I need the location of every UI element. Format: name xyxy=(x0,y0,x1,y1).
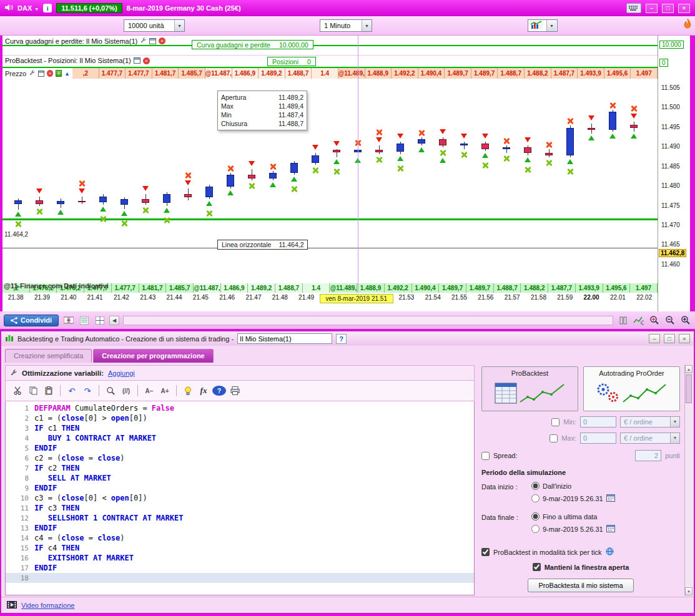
system-name-input[interactable] xyxy=(237,333,332,344)
link-charts-icon[interactable] xyxy=(62,315,74,326)
maximize-button[interactable]: □ xyxy=(664,334,675,343)
code-line[interactable]: 13ENDIF xyxy=(6,523,474,533)
keyboard-icon[interactable] xyxy=(626,3,641,13)
hot-list-icon[interactable] xyxy=(683,19,693,31)
speaker-icon[interactable] xyxy=(5,4,13,12)
scroll-up-button[interactable]: ▲ xyxy=(685,365,693,373)
spread-checkbox[interactable] xyxy=(481,452,490,460)
tab-simple-creation[interactable]: Creazione semplificata xyxy=(5,349,92,363)
horizontal-line-label[interactable]: Linea orizzontale 11.464,2 xyxy=(217,240,308,250)
code-line[interactable]: 16 EXITSHORT AT MARKET xyxy=(6,553,474,563)
proorder-mode-button[interactable]: Autotrading ProOrder xyxy=(583,366,680,411)
minimize-button[interactable]: – xyxy=(646,4,658,13)
wrench-icon[interactable] xyxy=(10,369,17,378)
code-line[interactable]: 3IF c1 THEN xyxy=(6,423,474,433)
lightbulb-icon[interactable] xyxy=(181,384,195,398)
code-line[interactable]: 11IF c3 THEN xyxy=(6,503,474,513)
code-help-icon[interactable] xyxy=(212,386,226,396)
scroll-left-button[interactable] xyxy=(109,316,119,325)
close-button[interactable]: × xyxy=(678,4,690,13)
close-pane-icon[interactable] xyxy=(159,37,165,44)
restore-pane-icon[interactable] xyxy=(64,71,70,77)
minimize-button[interactable]: – xyxy=(649,334,660,343)
video-training-link[interactable]: Video formazione xyxy=(21,602,74,609)
code-line[interactable]: 6c2 = (close = close) xyxy=(6,453,474,463)
units-dropdown[interactable]: 10000 unità xyxy=(124,19,185,32)
zoom-out-icon[interactable] xyxy=(664,315,676,326)
end-last-data-radio[interactable] xyxy=(531,512,540,521)
zoom-in-icon[interactable] xyxy=(679,315,691,326)
min-checkbox[interactable] xyxy=(551,418,559,426)
calendar-icon[interactable] xyxy=(606,494,615,503)
paste-icon[interactable] xyxy=(42,384,56,398)
min-input[interactable] xyxy=(580,416,616,428)
wrench-icon[interactable] xyxy=(29,69,36,77)
horizontal-scrollbar[interactable] xyxy=(123,316,613,325)
keep-open-checkbox[interactable] xyxy=(533,563,541,571)
code-line[interactable]: 2c1 = (close[0] > open[0]) xyxy=(6,413,474,423)
code-line[interactable]: 12 SELLSHORT 1 CONTRACT AT MARKET xyxy=(6,513,474,523)
font-smaller-icon[interactable]: A− xyxy=(142,384,156,398)
add-variable-link[interactable]: Aggiungi xyxy=(108,369,135,377)
price-axis[interactable]: 10.000 0 11.50511.50011.49511.49011.4851… xyxy=(658,36,690,311)
code-line[interactable]: 10c3 = (close[0] < open[0]) xyxy=(6,493,474,503)
tick-mode-checkbox[interactable] xyxy=(481,548,490,556)
zoom-fit-icon[interactable] xyxy=(648,315,660,326)
start-custom-date-radio[interactable] xyxy=(531,494,540,502)
detach-window-icon[interactable] xyxy=(134,57,140,64)
search-icon[interactable] xyxy=(104,384,117,398)
code-line[interactable]: 5ENDIF xyxy=(6,443,474,453)
max-checkbox[interactable] xyxy=(550,434,558,442)
code-line[interactable]: 15IF c4 THEN xyxy=(6,543,474,553)
vertical-scrollbar[interactable]: ▲ ▼ xyxy=(684,365,693,595)
indicator-settings-icon[interactable] xyxy=(633,315,644,326)
share-button[interactable]: Condividi xyxy=(4,315,59,326)
instrument-dropdown[interactable]: DAX xyxy=(17,4,39,12)
close-pane-icon[interactable] xyxy=(143,57,150,64)
info-icon[interactable]: i xyxy=(43,4,52,12)
max-input[interactable] xyxy=(580,433,616,444)
min-unit-select[interactable]: € / ordine xyxy=(620,416,680,428)
comment-icon[interactable]: (//) xyxy=(119,384,133,398)
spread-input[interactable] xyxy=(635,450,661,461)
detach-window-icon[interactable] xyxy=(38,71,44,77)
close-button[interactable]: × xyxy=(679,334,690,343)
grid-layout-icon[interactable] xyxy=(94,315,106,326)
wrench-icon[interactable] xyxy=(140,37,147,45)
close-pane-icon[interactable] xyxy=(47,70,53,77)
code-line[interactable]: 14c4 = (close = close) xyxy=(6,533,474,543)
code-line[interactable]: 1DEFPARAM CumulateOrders = False xyxy=(6,403,474,413)
detach-window-icon[interactable] xyxy=(149,38,156,44)
calendar-icon[interactable] xyxy=(606,524,615,534)
redo-icon[interactable]: ↷ xyxy=(81,384,94,398)
code-line[interactable]: 8 SELL AT MARKET xyxy=(6,473,474,483)
code-editor[interactable]: 1DEFPARAM CumulateOrders = False2c1 = (c… xyxy=(5,401,475,595)
split-view-icon[interactable] xyxy=(617,315,629,326)
undo-icon[interactable]: ↶ xyxy=(65,384,79,398)
chart-style-button[interactable] xyxy=(528,19,558,32)
code-line[interactable]: 9ENDIF xyxy=(6,483,474,493)
list-icon[interactable] xyxy=(78,315,90,326)
cut-icon[interactable] xyxy=(11,384,24,398)
help-icon[interactable] xyxy=(336,334,347,344)
scroll-down-button[interactable]: ▼ xyxy=(685,587,693,595)
run-backtest-button[interactable]: ProBacktesta il mio sistema xyxy=(528,579,633,592)
insert-function-icon[interactable]: fx xyxy=(197,384,210,398)
code-line[interactable]: 17ENDIF xyxy=(6,563,474,573)
code-line[interactable]: 4 BUY 1 CONTRACT AT MARKET xyxy=(6,433,474,443)
print-icon[interactable] xyxy=(228,384,242,398)
probacktest-mode-button[interactable]: ProBacktest xyxy=(481,366,578,411)
font-bigger-icon[interactable]: A+ xyxy=(158,384,172,398)
price-chart[interactable]: Linea orizzontale 11.464,2 11.464,2 xyxy=(2,79,658,283)
max-unit-select[interactable]: € / ordine xyxy=(620,433,680,444)
maximize-button[interactable]: □ xyxy=(662,4,674,13)
add-indicator-icon[interactable] xyxy=(56,70,62,77)
scrollbar-thumb[interactable] xyxy=(686,374,692,403)
code-line[interactable]: 18 xyxy=(6,573,474,583)
timeframe-dropdown[interactable]: 1 Minuto xyxy=(320,19,372,32)
end-custom-date-radio[interactable] xyxy=(531,525,540,533)
tab-programming-creation[interactable]: Creazione per programmazione xyxy=(93,349,213,363)
start-from-beginning-radio[interactable] xyxy=(531,482,540,490)
copy-icon[interactable] xyxy=(26,384,40,398)
code-line[interactable]: 7IF c2 THEN xyxy=(6,463,474,473)
